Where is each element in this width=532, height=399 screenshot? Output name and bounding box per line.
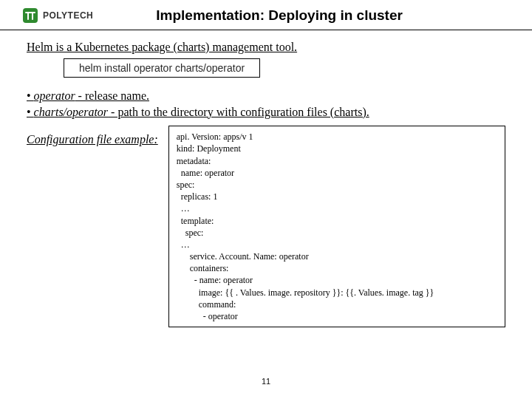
bullet-marker: • [27,89,34,102]
intro-text: Helm is a Kubernetes package (charts) ma… [27,41,505,54]
bullet-1: • operator - release name. [27,88,505,104]
bullet-rest: - release name. [75,89,149,102]
header: POLYTECH Implementation: Deploying in cl… [0,0,532,28]
bullet-rest: - path to the directory with configurati… [108,106,369,118]
bullet-list: • operator - release name. • charts/oper… [27,88,505,120]
svg-rect-0 [23,8,38,23]
slide-title: Implementation: Deploying in cluster [49,7,510,24]
bullet-em: charts/operator [34,106,108,118]
bullet-em: operator [34,89,75,102]
bullet-marker: • [27,106,34,118]
code-box: api. Version: apps/v 1 kind: Deployment … [168,126,505,327]
pi-icon [22,7,38,24]
bullet-2: • charts/operator - path to the director… [27,104,505,120]
command-box: helm install operator charts/operator [64,58,260,78]
example-row: Configuration file example: api. Version… [27,126,505,327]
page-number: 11 [0,377,532,386]
slide-content: Helm is a Kubernetes package (charts) ma… [0,30,532,327]
config-label: Configuration file example: [27,133,158,146]
